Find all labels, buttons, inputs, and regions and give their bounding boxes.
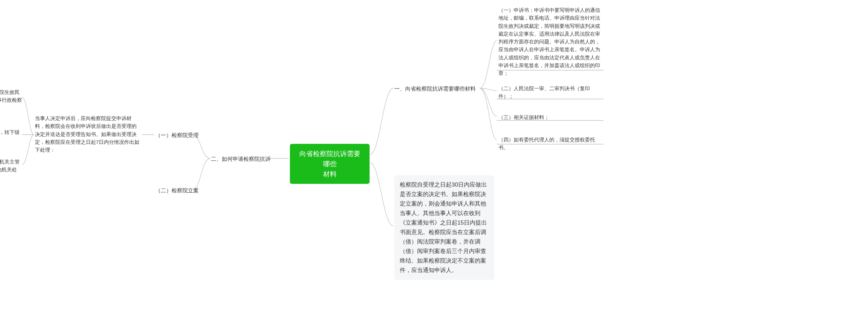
acceptance-item-1: 1、不服同级或者下一级人民法院生效民事判决、裁定的，移送本院民事行政检察部门审查… — [0, 88, 22, 112]
acceptance-item-2: 2、下级人民检察院有抗诉权的，转下级人民检察院审查处理； — [0, 128, 22, 144]
material-item-4: （四）如有委托代理人的，须提交授权委托书。 — [498, 136, 604, 152]
acceptance-desc: 当事人决定申诉后，应向检察院提交申诉材料，检察院会在收到申诉状后做出是否受理的决… — [35, 114, 141, 154]
center-title: 向省检察院抗诉需要哪些 材料 — [290, 144, 370, 184]
material-item-2: （二）人民法院一审、二审判决书（复印件）； — [498, 84, 604, 100]
center-title-line1: 向省检察院抗诉需要哪些 — [299, 150, 360, 168]
sub-acceptance: （一）检察院受理 — [155, 131, 199, 140]
branch-how-to-apply: 二、如何申请检察院抗诉 — [211, 155, 271, 164]
material-item-3: （三）相关证据材料； — [498, 113, 604, 121]
filing-detail: 检察院自受理之日起30日内应做出是否立案的决定书。如果检察院决定立案的，则会通知… — [394, 175, 494, 280]
center-title-line2: 材料 — [323, 170, 337, 178]
sub-filing: （二）检察院立案 — [155, 187, 199, 195]
acceptance-item-3: 3、依法属于人民法院或者其他机关主管范围的，移送人民法院或者其他机关处理。 — [0, 158, 22, 181]
branch-materials: 一、向省检察院抗诉需要哪些材料 — [394, 85, 476, 93]
material-item-1: （一）申诉书：申诉书中要写明申诉人的通信地址，邮编，联系电话。申诉理由应当针对法… — [498, 6, 604, 77]
